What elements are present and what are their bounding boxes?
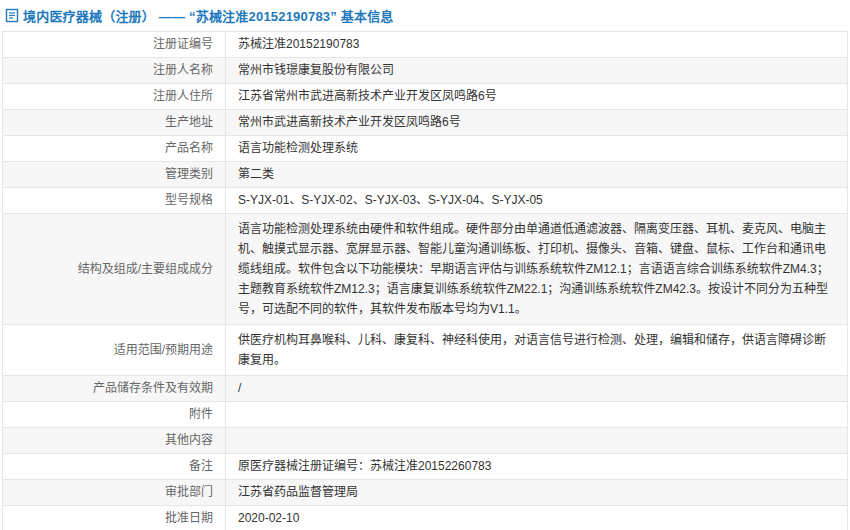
table-row-product-name: 产品名称 语言功能检测处理系统 <box>3 136 847 162</box>
row-label: 注册证编号 <box>3 32 226 57</box>
table-row-intended-use: 适用范围/预期用途 供医疗机构耳鼻喉科、儿科、康复科、神经科使用，对语言信号进行… <box>3 325 847 376</box>
row-label: 注册人名称 <box>3 58 226 83</box>
table-row-approval-date: 批准日期 2020-02-10 <box>3 506 847 530</box>
row-label: 生产地址 <box>3 110 226 135</box>
row-value <box>226 402 847 427</box>
row-label: 批准日期 <box>3 506 226 530</box>
table-row-remarks: 备注 原医疗器械注册证编号：苏械注准20152260783 <box>3 454 847 480</box>
row-value: / <box>226 376 847 401</box>
table-row-registrant-name: 注册人名称 常州市钱璟康复股份有限公司 <box>3 58 847 84</box>
row-label: 结构及组成/主要组成成分 <box>3 214 226 324</box>
row-value: 2020-02-10 <box>226 506 847 530</box>
table-row-production-address: 生产地址 常州市武进高新技术产业开发区凤鸣路6号 <box>3 110 847 136</box>
row-value: 第二类 <box>226 162 847 187</box>
row-label: 型号规格 <box>3 188 226 213</box>
table-row-model-spec: 型号规格 S-YJX-01、S-YJX-02、S-YJX-03、S-YJX-04… <box>3 188 847 214</box>
table-row-attachments: 附件 <box>3 402 847 428</box>
row-label: 附件 <box>3 402 226 427</box>
table-row-cert-number: 注册证编号 苏械注准20152190783 <box>3 32 847 58</box>
table-row-structure-composition: 结构及组成/主要组成成分 语言功能检测处理系统由硬件和软件组成。硬件部分由单通道… <box>3 214 847 325</box>
row-value: S-YJX-01、S-YJX-02、S-YJX-03、S-YJX-04、S-YJ… <box>226 188 847 213</box>
row-value: 江苏省药品监督管理局 <box>226 480 847 505</box>
table-row-registrant-address: 注册人住所 江苏省常州市武进高新技术产业开发区凤鸣路6号 <box>3 84 847 110</box>
row-label: 适用范围/预期用途 <box>3 325 226 375</box>
registration-info-table: 注册证编号 苏械注准20152190783 注册人名称 常州市钱璟康复股份有限公… <box>2 31 848 530</box>
table-row-other-content: 其他内容 <box>3 428 847 454</box>
page-header: 境内医疗器械（注册） —— “苏械注准20152190783” 基本信息 <box>0 0 850 30</box>
row-value: 语言功能检测处理系统由硬件和软件组成。硬件部分由单通道低通滤波器、隔离变压器、耳… <box>226 214 847 324</box>
table-row-storage-validity: 产品储存条件及有效期 / <box>3 376 847 402</box>
row-value <box>226 428 847 453</box>
row-value: 江苏省常州市武进高新技术产业开发区凤鸣路6号 <box>226 84 847 109</box>
document-icon <box>5 8 19 23</box>
row-value: 常州市武进高新技术产业开发区凤鸣路6号 <box>226 110 847 135</box>
row-value: 供医疗机构耳鼻喉科、儿科、康复科、神经科使用，对语言信号进行检测、处理，编辑和储… <box>226 325 847 375</box>
row-label: 产品储存条件及有效期 <box>3 376 226 401</box>
row-value: 原医疗器械注册证编号：苏械注准20152260783 <box>226 454 847 479</box>
row-value: 语言功能检测处理系统 <box>226 136 847 161</box>
row-label: 产品名称 <box>3 136 226 161</box>
row-label: 注册人住所 <box>3 84 226 109</box>
table-row-management-class: 管理类别 第二类 <box>3 162 847 188</box>
row-label: 审批部门 <box>3 480 226 505</box>
row-value: 苏械注准20152190783 <box>226 32 847 57</box>
table-row-approval-department: 审批部门 江苏省药品监督管理局 <box>3 480 847 506</box>
page-title: 境内医疗器械（注册） —— “苏械注准20152190783” 基本信息 <box>23 6 394 25</box>
row-label: 其他内容 <box>3 428 226 453</box>
row-label: 备注 <box>3 454 226 479</box>
row-value: 常州市钱璟康复股份有限公司 <box>226 58 847 83</box>
row-label: 管理类别 <box>3 162 226 187</box>
